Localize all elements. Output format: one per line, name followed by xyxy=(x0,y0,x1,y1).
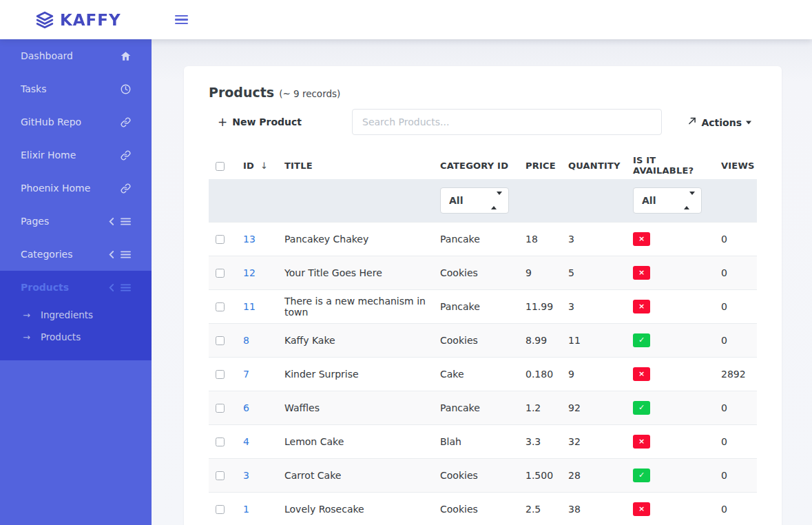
cell-views: 0 xyxy=(714,492,757,525)
sidebar-item-pages[interactable]: Pages xyxy=(0,205,152,238)
row-id-link[interactable]: 3 xyxy=(243,470,249,481)
row-checkbox[interactable] xyxy=(216,336,225,345)
sidebar-group-products: Products → Ingredients → Products xyxy=(0,271,152,360)
cell-title: Lemon Cake xyxy=(278,424,433,458)
column-header-available[interactable]: IS IT AVAILABLE? xyxy=(626,152,714,179)
availability-badge: ✓ xyxy=(633,333,650,347)
sidebar-item-tasks[interactable]: Tasks xyxy=(0,72,152,105)
menu-icon xyxy=(121,283,131,292)
cell-title: Waffles xyxy=(278,391,433,424)
availability-badge: × xyxy=(633,266,650,280)
table-row: 11 There is a new mechanism in town Panc… xyxy=(209,289,757,323)
sidebar-item-categories[interactable]: Categories xyxy=(0,238,152,271)
row-id-link[interactable]: 6 xyxy=(243,402,249,413)
cell-quantity: 3 xyxy=(561,222,626,256)
availability-badge: ✓ xyxy=(633,469,650,482)
brand-logo[interactable]: KAFFY xyxy=(36,11,121,29)
cell-category: Blah xyxy=(433,424,519,458)
main-content: Products (~ 9 records) + New Product Act… xyxy=(152,39,812,525)
cell-views: 0 xyxy=(714,222,757,256)
row-checkbox[interactable] xyxy=(216,235,225,244)
cell-views: 0 xyxy=(714,323,757,357)
category-filter-select[interactable]: All xyxy=(440,187,509,214)
table-header-row: ID↓ TITLE CATEGORY ID PRICE QUANTITY IS … xyxy=(209,152,757,179)
sidebar-item-dashboard[interactable]: Dashboard xyxy=(0,39,152,72)
availability-badge: × xyxy=(633,435,650,449)
cell-title: Lovely Rosecake xyxy=(278,492,433,525)
chevron-left-icon xyxy=(108,283,114,292)
row-checkbox[interactable] xyxy=(216,370,225,379)
column-header-price[interactable]: PRICE xyxy=(519,152,561,179)
search-input[interactable] xyxy=(352,109,662,135)
row-checkbox[interactable] xyxy=(216,438,225,446)
cell-price: 18 xyxy=(519,222,561,256)
page-title: Products xyxy=(209,84,274,101)
available-filter-select[interactable]: All xyxy=(633,187,702,214)
row-id-link[interactable]: 4 xyxy=(243,436,249,447)
arrow-right-icon: → xyxy=(23,310,30,320)
column-header-title[interactable]: TITLE xyxy=(278,152,433,179)
sidebar: Dashboard Tasks GitHub Repo Elixir Home … xyxy=(0,39,152,525)
filter-row: All All xyxy=(209,179,757,222)
cell-title: Kinder Surprise xyxy=(278,357,433,391)
products-card: Products (~ 9 records) + New Product Act… xyxy=(184,66,782,525)
cell-title: Kaffy Kake xyxy=(278,323,433,357)
cell-category: Pancake xyxy=(433,289,519,323)
cell-price: 1.2 xyxy=(519,391,561,424)
menu-toggle-icon[interactable] xyxy=(175,10,189,30)
select-all-checkbox[interactable] xyxy=(216,162,225,171)
clock-icon xyxy=(121,84,131,94)
home-icon xyxy=(121,51,131,61)
column-header-category[interactable]: CATEGORY ID xyxy=(433,152,519,179)
link-icon xyxy=(121,117,131,127)
row-checkbox[interactable] xyxy=(216,404,225,413)
row-id-link[interactable]: 12 xyxy=(243,267,256,278)
cell-price: 9 xyxy=(519,256,561,289)
row-id-link[interactable]: 13 xyxy=(243,234,256,245)
column-header-views[interactable]: VIEWS xyxy=(714,152,757,179)
cell-price: 2.5 xyxy=(519,492,561,525)
sidebar-subitem-products[interactable]: → Products xyxy=(0,326,152,348)
row-id-link[interactable]: 8 xyxy=(243,335,249,346)
sort-desc-icon: ↓ xyxy=(260,161,268,171)
column-header-id[interactable]: ID↓ xyxy=(236,152,278,179)
products-table: ID↓ TITLE CATEGORY ID PRICE QUANTITY IS … xyxy=(209,152,757,525)
menu-icon xyxy=(121,250,131,259)
cell-category: Cookies xyxy=(433,323,519,357)
arrow-up-right-icon xyxy=(687,116,697,129)
column-header-quantity[interactable]: QUANTITY xyxy=(561,152,626,179)
cell-price: 11.99 xyxy=(519,289,561,323)
cell-quantity: 11 xyxy=(561,323,626,357)
row-checkbox[interactable] xyxy=(216,269,225,278)
sidebar-subitem-ingredients[interactable]: → Ingredients xyxy=(0,304,152,326)
chevron-left-icon xyxy=(108,217,114,226)
table-row: 1 Lovely Rosecake Cookies 2.5 38 × 0 xyxy=(209,492,757,525)
cell-quantity: 38 xyxy=(561,492,626,525)
sidebar-item-phoenix-home[interactable]: Phoenix Home xyxy=(0,172,152,205)
records-count: (~ 9 records) xyxy=(279,88,340,99)
cell-title: Your Title Goes Here xyxy=(278,256,433,289)
row-id-link[interactable]: 1 xyxy=(243,504,249,515)
row-id-link[interactable]: 7 xyxy=(243,369,249,380)
row-checkbox[interactable] xyxy=(216,505,225,514)
sidebar-item-github-repo[interactable]: GitHub Repo xyxy=(0,105,152,138)
cell-views: 0 xyxy=(714,256,757,289)
row-id-link[interactable]: 11 xyxy=(243,301,256,312)
link-icon xyxy=(121,183,131,194)
sidebar-item-elixir-home[interactable]: Elixir Home xyxy=(0,138,152,172)
cell-quantity: 32 xyxy=(561,424,626,458)
table-row: 7 Kinder Surprise Cake 0.180 9 × 2892 xyxy=(209,357,757,391)
row-checkbox[interactable] xyxy=(216,471,225,480)
sidebar-item-products[interactable]: Products xyxy=(0,271,152,304)
table-row: 6 Waffles Pancake 1.2 92 ✓ 0 xyxy=(209,391,757,424)
plus-icon: + xyxy=(218,115,227,129)
row-checkbox[interactable] xyxy=(216,302,225,311)
cell-price: 0.180 xyxy=(519,357,561,391)
actions-dropdown-button[interactable]: Actions xyxy=(687,116,751,129)
cell-views: 0 xyxy=(714,391,757,424)
cell-title: There is a new mechanism in town xyxy=(278,289,433,323)
cell-quantity: 28 xyxy=(561,458,626,492)
brand-name: KAFFY xyxy=(60,11,121,29)
new-product-button[interactable]: + New Product xyxy=(218,115,302,129)
cell-category: Pancake xyxy=(433,391,519,424)
